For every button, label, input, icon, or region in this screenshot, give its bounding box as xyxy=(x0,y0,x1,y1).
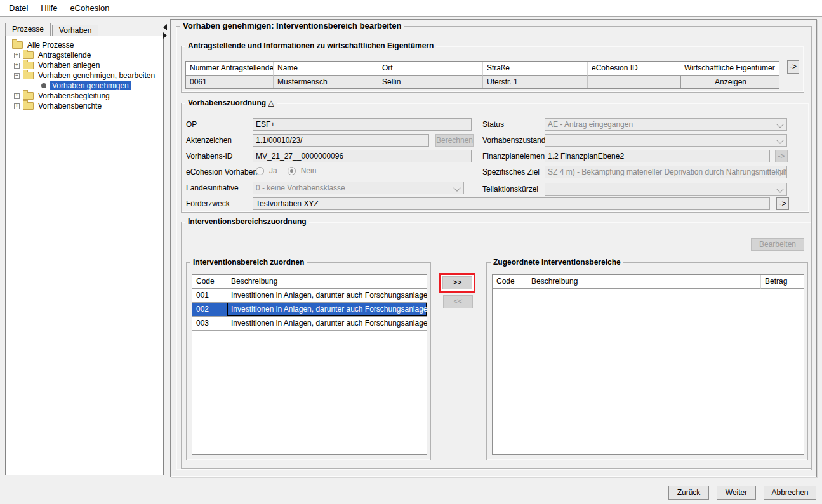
column-header-nummer[interactable]: Nummer Antragstellende xyxy=(186,62,274,76)
expander-plus-icon[interactable] xyxy=(14,53,20,58)
group-available-title: Interventionsbereich zuordnen xyxy=(190,258,307,267)
sidebar-tabs: Prozesse Vorhaben xyxy=(5,23,98,36)
tree-item-antragstellende[interactable]: Antragstellende xyxy=(6,50,163,60)
assigned-interventions-table: Code Beschreibung Betrag xyxy=(492,274,804,455)
spezifisches-ziel-value: SZ 4 m) - Bekämpfung materieller Depriva… xyxy=(548,168,787,176)
cell-code: 001 xyxy=(192,289,227,303)
teilaktionskuerzel-dropdown xyxy=(545,183,787,196)
menu-item-hilfe[interactable]: Hilfe xyxy=(35,2,63,14)
column-header-beschreibung[interactable]: Beschreibung xyxy=(227,275,427,289)
add-intervention-button[interactable]: >> xyxy=(442,276,472,289)
chevron-down-icon xyxy=(776,121,783,128)
aktenzeichen-field[interactable]: 1.1/00010/23/ xyxy=(253,134,429,147)
expander-minus-icon[interactable] xyxy=(14,73,20,79)
column-header-strasse[interactable]: Straße xyxy=(483,62,588,76)
status-label: Status xyxy=(482,120,504,129)
cell-code: 003 xyxy=(192,317,227,331)
ecohesion-radio-group: Ja Nein xyxy=(256,166,316,175)
group-vorhabenszuordnung: Vorhabenszuordnung △ OP ESF+ Aktenzeiche… xyxy=(181,103,809,213)
teilaktionskuerzel-label: Teilaktionskürzel xyxy=(482,185,538,194)
expander-plus-icon[interactable] xyxy=(14,63,20,69)
intervention-row-003[interactable]: 003 Investitionen in Anlagen, darunter a… xyxy=(192,317,427,331)
column-header-beschreibung[interactable]: Beschreibung xyxy=(527,275,761,289)
group-zugeordnete-interventionsbereiche: Zugeordnete Interventionsbereiche Code B… xyxy=(486,262,808,460)
cell-code: 002 xyxy=(192,303,227,317)
menu-item-ecohesion[interactable]: eCohesion xyxy=(64,2,115,14)
folder-icon xyxy=(23,102,34,110)
folder-icon xyxy=(23,62,34,69)
cell-beschreibung: Investitionen in Anlagen, darunter auch … xyxy=(227,317,427,331)
tree-item-label: Vorhaben genehmigen, bearbeiten xyxy=(36,71,157,80)
op-field[interactable]: ESF+ xyxy=(253,118,472,131)
cell-beschreibung: Investitionen in Anlagen, darunter auch … xyxy=(227,303,427,317)
foerderzweck-field[interactable]: Testvorhaben XYZ xyxy=(253,197,770,210)
assigned-table-header: Code Beschreibung Betrag xyxy=(493,275,804,289)
tree-item-label: Vorhaben anlegen xyxy=(36,61,102,70)
abbrechen-button[interactable]: Abbrechen xyxy=(764,486,816,500)
tree-item-vorhabensberichte[interactable]: Vorhabensberichte xyxy=(6,101,163,111)
highlight-rectangle: >> xyxy=(439,273,475,293)
chevron-down-icon xyxy=(776,185,783,192)
weiter-button[interactable]: Weiter xyxy=(717,486,756,500)
available-interventions-table: Code Beschreibung 001 Investitionen in A… xyxy=(192,274,427,455)
anzeigen-button[interactable]: Anzeigen xyxy=(680,76,779,89)
column-header-code[interactable]: Code xyxy=(192,275,227,289)
cell-ecohesion-id xyxy=(588,76,680,89)
expander-plus-icon[interactable] xyxy=(14,93,20,99)
folder-icon xyxy=(12,41,23,49)
column-header-ecohesion-id[interactable]: eCohesion ID xyxy=(588,62,680,76)
folder-icon xyxy=(23,72,34,79)
column-header-ort[interactable]: Ort xyxy=(378,62,483,76)
intervention-row-002-selected[interactable]: 002 Investitionen in Anlagen, darunter a… xyxy=(192,303,427,317)
intervention-row-001[interactable]: 001 Investitionen in Anlagen, darunter a… xyxy=(192,289,427,303)
foerderzweck-arrow-button[interactable]: -> xyxy=(776,197,789,210)
folder-icon xyxy=(23,92,34,100)
vorhabens-id-field[interactable]: MV_21_27__0000000096 xyxy=(253,150,472,162)
zurueck-button[interactable]: Zurück xyxy=(668,486,709,500)
tree-item-vorhaben-genehmigen-bearbeiten[interactable]: Vorhaben genehmigen, bearbeiten xyxy=(6,70,163,81)
applicants-detail-arrow-button[interactable]: -> xyxy=(787,60,799,74)
radio-nein-label: Nein xyxy=(301,166,317,175)
status-value: AE - Antrag eingegangen xyxy=(548,120,633,129)
page-title: Vorhaben genehmigen: Interventionsbereic… xyxy=(180,21,404,30)
tab-vorhaben[interactable]: Vorhaben xyxy=(52,25,98,36)
finanzplanelement-arrow-button: -> xyxy=(775,150,788,162)
column-header-betrag[interactable]: Betrag xyxy=(761,275,804,289)
tab-prozesse[interactable]: Prozesse xyxy=(5,23,51,36)
aktenzeichen-label: Aktenzeichen xyxy=(186,136,232,145)
cell-name: Mustermensch xyxy=(274,76,378,89)
bullet-icon xyxy=(41,83,46,88)
column-header-code[interactable]: Code xyxy=(493,275,527,289)
tree-item-label: Alle Prozesse xyxy=(25,41,76,50)
available-table-header: Code Beschreibung xyxy=(192,275,427,289)
op-label: OP xyxy=(186,120,197,129)
group-title-text: Vorhabenszuordnung xyxy=(188,98,266,107)
column-header-wirtschaftliche-eigentuemer[interactable]: Wirtschaftliche Eigentümer xyxy=(680,62,779,76)
group-interventionsbereich-zuordnen: Interventionsbereich zuordnen Code Besch… xyxy=(186,262,431,460)
column-header-name[interactable]: Name xyxy=(274,62,378,76)
splitter-collapse-left-icon[interactable] xyxy=(163,24,167,30)
cell-strasse: Uferstr. 1 xyxy=(483,76,588,89)
berechnen-button: Berechnen xyxy=(435,134,474,147)
tree-item-alle-prozesse[interactable]: Alle Prozesse xyxy=(6,40,163,50)
foerderzweck-label: Förderzweck xyxy=(186,199,230,208)
expander-plus-icon[interactable] xyxy=(14,103,20,109)
cell-beschreibung: Investitionen in Anlagen, darunter auch … xyxy=(227,289,427,303)
chevron-down-icon xyxy=(776,136,783,143)
applicants-table: Nummer Antragstellende Name Ort Straße e… xyxy=(185,61,779,89)
tree-item-vorhabensbegleitung[interactable]: Vorhabensbegleitung xyxy=(6,91,163,101)
group-intervention-title: Interventionsbereichszuordnung xyxy=(185,217,309,226)
cell-nummer: 0061 xyxy=(186,76,274,89)
group-interventionsbereichszuordnung: Interventionsbereichszuordnung Bearbeite… xyxy=(181,222,812,469)
spezifisches-ziel-dropdown: SZ 4 m) - Bekämpfung materieller Depriva… xyxy=(545,166,787,178)
process-tree: Alle Prozesse Antragstellende Vorhaben a… xyxy=(5,36,164,475)
group-antragstellende: Antragstellende und Informationen zu wir… xyxy=(181,46,804,93)
applicant-row[interactable]: 0061 Mustermensch Sellin Uferstr. 1 Anze… xyxy=(186,76,779,89)
tree-item-vorhaben-genehmigen[interactable]: Vorhaben genehmigen xyxy=(6,81,163,91)
finanzplanelement-field[interactable]: 1.2 FinanzplanEbene2 xyxy=(545,150,770,162)
menu-item-datei[interactable]: Datei xyxy=(3,2,34,14)
group-assigned-title: Zugeordnete Interventionsbereiche xyxy=(491,258,623,267)
tree-item-vorhaben-anlegen[interactable]: Vorhaben anlegen xyxy=(6,60,163,70)
landesinitiative-value: 0 - keine Vorhabensklasse xyxy=(256,183,345,192)
splitter-collapse-right-icon[interactable] xyxy=(163,32,167,39)
